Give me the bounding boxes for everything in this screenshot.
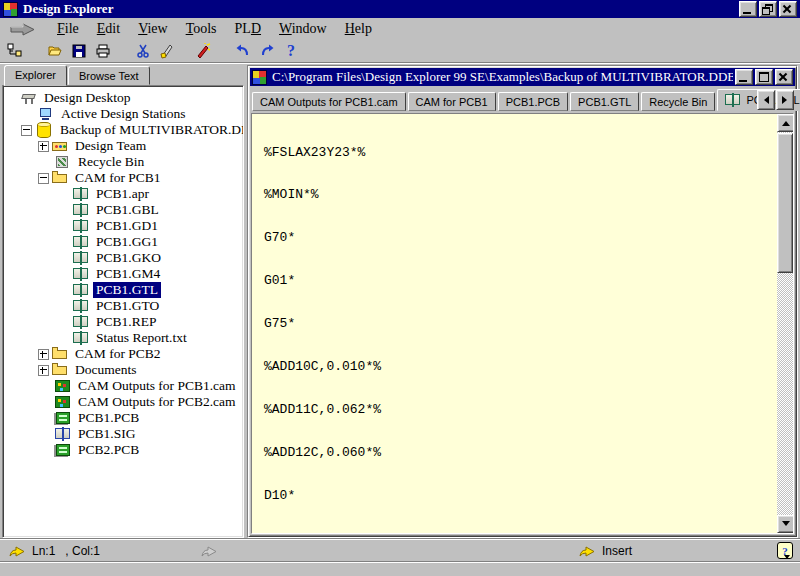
document-titlebar[interactable]: C:\Program Files\Design Explorer 99 SE\E… [250, 68, 795, 86]
scroll-down-button[interactable] [777, 515, 794, 533]
tree-item-documents[interactable]: Documents [3, 362, 243, 378]
expand-icon[interactable] [38, 365, 49, 376]
doc-tab-pcb1-gtl[interactable]: PCB1.GTL [570, 92, 639, 111]
menu-bar: File Edit View Tools PLD Window Help [0, 18, 800, 40]
document-icon [725, 93, 742, 107]
scrollbar-track[interactable] [777, 132, 793, 515]
menu-tools[interactable]: Tools [177, 20, 226, 38]
restore-button[interactable] [759, 1, 777, 17]
expand-icon[interactable] [38, 349, 49, 360]
document-icon [73, 267, 90, 281]
tree-item-cam-outputs-pcb2[interactable]: CAM Outputs for PCB2.cam [3, 394, 243, 410]
tree-item-design-team[interactable]: Design Team [3, 138, 243, 154]
knife-icon [159, 43, 175, 59]
open-folder-icon [47, 43, 63, 59]
explorer-tab-bar: Explorer Browse Text [2, 65, 244, 85]
doc-close-button[interactable] [775, 69, 793, 85]
paste-button[interactable] [155, 40, 179, 62]
undo-icon [235, 43, 251, 59]
minimize-button[interactable] [739, 1, 757, 17]
tree-item-pcb1-gd1[interactable]: PCB1.GD1 [3, 218, 243, 234]
insert-label: Insert [602, 544, 632, 558]
tab-scroll-right-button[interactable] [776, 90, 794, 110]
help-button[interactable]: ? [279, 40, 303, 62]
text-editor[interactable]: %FSLAX23Y23*% %MOIN*% G70* G01* G75* %AD… [252, 114, 777, 533]
recycle-bin-icon [55, 155, 72, 169]
tree-item-pcb1-gbl[interactable]: PCB1.GBL [3, 202, 243, 218]
scissors-icon [135, 43, 151, 59]
tree-item-pcb1-gg1[interactable]: PCB1.GG1 [3, 234, 243, 250]
tree-item-pcb1-gto[interactable]: PCB1.GTO [3, 298, 243, 314]
tab-scroll-left-button[interactable] [757, 90, 775, 110]
menu-view[interactable]: View [129, 20, 177, 38]
tree-item-pcb1-pcb[interactable]: PCB1.PCB [3, 410, 243, 426]
doc-tab-cam-outputs-pcb1[interactable]: CAM Outputs for PCB1.cam [252, 92, 406, 111]
document-tab-bar: CAM Outputs for PCB1.cam CAM for PCB1 PC… [249, 87, 796, 111]
scrollbar-thumb[interactable] [777, 133, 793, 273]
design-tree: Design Desktop Active Design Stations Ba… [2, 85, 244, 538]
doc-minimize-button[interactable] [735, 69, 753, 85]
menu-file[interactable]: File [48, 20, 88, 38]
document-window-icon [252, 70, 267, 85]
workstation-icon [38, 107, 55, 121]
save-button[interactable] [67, 40, 91, 62]
menu-window[interactable]: Window [270, 20, 336, 38]
tree-item-cam-outputs-pcb1[interactable]: CAM Outputs for PCB1.cam [3, 378, 243, 394]
design-manager-button[interactable] [3, 40, 27, 62]
tree-item-pcb1-rep[interactable]: PCB1.REP [3, 314, 243, 330]
cut-button[interactable] [131, 40, 155, 62]
doc-tab-pcb1-pcb[interactable]: PCB1.PCB [498, 92, 568, 111]
doc-maximize-button[interactable] [755, 69, 773, 85]
tree-item-active-design-stations[interactable]: Active Design Stations [3, 106, 243, 122]
wizard-button[interactable] [191, 40, 215, 62]
wand-icon [195, 43, 211, 59]
tree-item-pcb1-sig[interactable]: PCB1.SIG [3, 426, 243, 442]
tree-item-pcb1-gko[interactable]: PCB1.GKO [3, 250, 243, 266]
tree-item-pcb1-gm4[interactable]: PCB1.GM4 [3, 266, 243, 282]
pcb-file-icon [55, 411, 72, 425]
design-explorer-window: Design Explorer File Edit View Tools PLD… [0, 0, 800, 576]
collapse-icon[interactable] [21, 125, 32, 136]
tree-item-pcb2-pcb[interactable]: PCB2.PCB [3, 442, 243, 458]
cam-file-icon [55, 379, 72, 393]
up-arrow-icon [782, 117, 790, 126]
database-icon [37, 122, 51, 138]
print-button[interactable] [91, 40, 115, 62]
document-icon [73, 315, 90, 329]
help-balloon-button[interactable]: ? [777, 542, 793, 559]
collapse-icon[interactable] [38, 173, 49, 184]
cursor-arrow-icon [8, 545, 26, 558]
tab-explorer[interactable]: Explorer [4, 65, 67, 86]
doc-tab-cam-for-pcb1[interactable]: CAM for PCB1 [408, 92, 496, 111]
tree-item-status-report[interactable]: Status Report.txt [3, 330, 243, 346]
app-logo-icon [3, 2, 18, 17]
doc-tab-recycle-bin[interactable]: Recycle Bin [641, 92, 715, 111]
tree-item-pcb1-apr[interactable]: PCB1.apr [3, 186, 243, 202]
close-button[interactable] [779, 1, 797, 17]
tree-item-recycle-bin[interactable]: Recycle Bin [3, 154, 243, 170]
expand-icon[interactable] [38, 141, 49, 152]
redo-button[interactable] [255, 40, 279, 62]
pcb-file-icon [55, 443, 72, 457]
vertical-scrollbar[interactable] [777, 114, 793, 533]
open-button[interactable] [43, 40, 67, 62]
design-manager-icon [7, 43, 23, 59]
line-indicator: Ln:1 [32, 544, 55, 558]
undo-button[interactable] [231, 40, 255, 62]
tree-item-backup-ddb[interactable]: Backup of MULTIVIBRATOR.DDB [3, 122, 243, 138]
tree-item-pcb1-gtl[interactable]: PCB1.GTL [3, 282, 243, 298]
menu-edit[interactable]: Edit [88, 20, 129, 38]
toolbar: ? [0, 40, 800, 62]
menu-help[interactable]: Help [336, 20, 381, 38]
scroll-up-button[interactable] [777, 114, 794, 132]
menu-pld[interactable]: PLD [226, 20, 270, 38]
tree-item-cam-for-pcb2[interactable]: CAM for PCB2 [3, 346, 243, 362]
printer-icon [95, 43, 111, 59]
app-titlebar[interactable]: Design Explorer [0, 0, 800, 18]
menu-arrow-icon[interactable] [10, 23, 36, 36]
tree-item-design-desktop[interactable]: Design Desktop [3, 90, 243, 106]
tab-browse-text[interactable]: Browse Text [68, 66, 150, 85]
tree-item-cam-for-pcb1[interactable]: CAM for PCB1 [3, 170, 243, 186]
status-bar: Ln:1 , Col:1 Insert ? [0, 538, 800, 562]
document-icon [73, 203, 90, 217]
